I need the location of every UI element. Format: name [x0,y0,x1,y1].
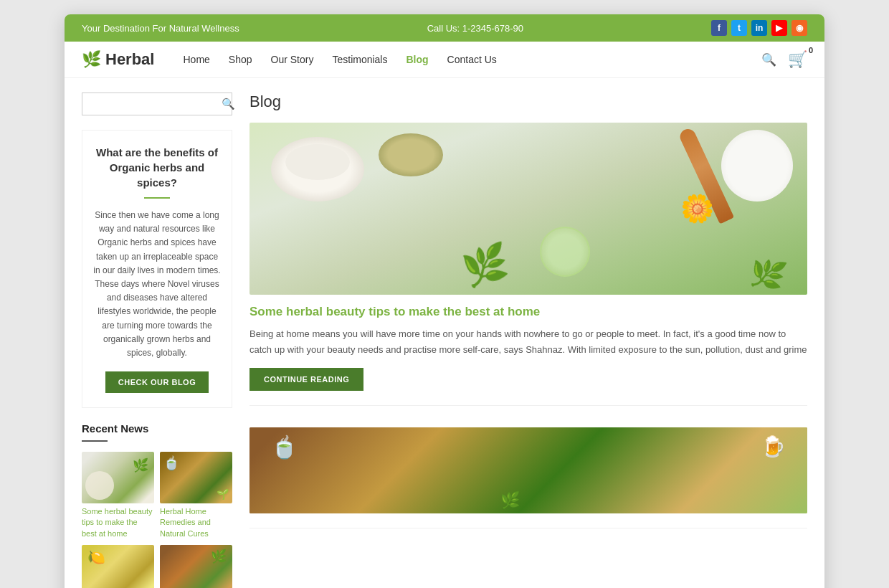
nav-right: 🔍 🛒 0 [761,50,807,69]
search-button[interactable]: 🔍 [214,93,242,115]
nav-links: Home Shop Our Story Testimonials Blog Co… [183,53,761,66]
blog-page-title: Blog [249,93,807,111]
recent-news-title: Recent News [82,422,232,435]
nav-item-blog[interactable]: Blog [406,53,428,66]
check-blog-button[interactable]: CHECK OUR BLOG [105,371,209,393]
search-icon[interactable]: 🔍 [761,52,776,67]
list-item: 🌿 Some herbal beauty tips to make the be… [82,452,154,539]
nav-item-testimonials[interactable]: Testimonials [332,53,387,66]
nav-bar: 🌿 Herbal Home Shop Our Story Testimonial… [65,42,824,78]
promo-body: Since then we have come a long way and n… [92,209,222,360]
news-label-2[interactable]: Herbal Home Remedies and Natural Cures [160,506,232,539]
blog-card-title-1[interactable]: Some herbal beauty tips to make the best… [249,305,807,319]
logo-text: Herbal [105,50,154,69]
sidebar-promo: What are the benefits of Organic herbs a… [82,130,232,408]
sidebar: 🔍 What are the benefits of Organic herbs… [82,93,232,588]
recent-news-divider [82,440,108,442]
youtube-icon[interactable]: ▶ [771,20,787,36]
news-thumb-1[interactable]: 🌿 [82,452,154,503]
top-bar-tagline: Your Destination For Natural Wellness [82,23,239,34]
list-item: 🌿 [160,545,232,588]
promo-divider [144,197,170,199]
nav-item-contact[interactable]: Contact Us [447,53,497,66]
promo-title: What are the benefits of Organic herbs a… [92,145,222,190]
blog-card-2: 🍵 🍺 🌿 [249,427,807,528]
sidebar-search: 🔍 [82,93,232,115]
browser-window: Your Destination For Natural Wellness Ca… [65,14,824,588]
news-label-1[interactable]: Some herbal beauty tips to make the best… [82,506,154,539]
blog-card-excerpt-1: Being at home means you will have more t… [249,326,807,358]
list-item: 🍋 [82,545,154,588]
logo[interactable]: 🌿 Herbal [82,50,154,69]
social-icons: f t in ▶ ◉ [711,20,807,36]
nav-item-our-story[interactable]: Our Story [271,53,314,66]
nav-item-home[interactable]: Home [183,53,209,66]
recent-news-grid: 🌿 Some herbal beauty tips to make the be… [82,452,232,588]
blog-card-image-1: 🌼 🌿 🌿 [249,123,807,295]
linkedin-icon[interactable]: in [751,20,767,36]
cart-badge: 0 [809,46,813,54]
blog-card-image-2: 🍵 🍺 🌿 [249,427,807,513]
search-input[interactable] [82,93,214,115]
top-bar: Your Destination For Natural Wellness Ca… [65,14,824,42]
recent-news: Recent News 🌿 Some herbal beauty tips to… [82,422,232,588]
continue-reading-button-1[interactable]: CONTINUE READING [249,368,363,391]
top-bar-phone: Call Us: 1-2345-678-90 [427,23,523,34]
logo-leaf-icon: 🌿 [82,50,101,69]
cart-icon[interactable]: 🛒 0 [788,50,807,69]
blog-card-1: 🌼 🌿 🌿 Some herbal beauty tips to make th… [249,123,807,406]
blog-area: Blog 🌼 🌿 🌿 [249,93,807,588]
facebook-icon[interactable]: f [711,20,727,36]
rss-icon[interactable]: ◉ [791,20,807,36]
list-item: 🍵 🌱 Herbal Home Remedies and Natural Cur… [160,452,232,539]
news-thumb-2[interactable]: 🍵 🌱 [160,452,232,503]
main-content: 🔍 What are the benefits of Organic herbs… [65,78,824,588]
news-thumb-4[interactable]: 🌿 [160,545,232,588]
twitter-icon[interactable]: t [731,20,747,36]
nav-item-shop[interactable]: Shop [229,53,252,66]
news-thumb-3[interactable]: 🍋 [82,545,154,588]
